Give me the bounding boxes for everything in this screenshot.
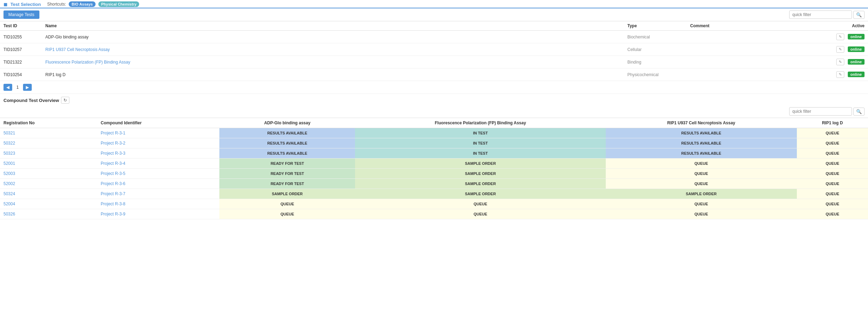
test-comment-cell xyxy=(687,31,826,43)
status-badge: online xyxy=(848,59,865,65)
test-type-cell: Biochemical xyxy=(624,31,687,43)
compound-status-cell: QUEUE xyxy=(606,159,797,169)
test-quick-filter-wrap: 🔍 xyxy=(789,10,865,19)
compound-link-cell[interactable]: 52004 xyxy=(0,199,97,209)
compound-link-cell[interactable]: Project R-3-1 xyxy=(97,128,219,138)
compound-col-header: Fluorescence Polarization (FP) Binding A… xyxy=(355,118,605,128)
compound-status-cell: QUEUE xyxy=(797,169,868,179)
compound-status-cell: RESULTS AVAILABLE xyxy=(606,148,797,159)
compound-status-cell: IN TEST xyxy=(355,148,605,159)
shortcut-physical-chemistry[interactable]: Physical Chemistry xyxy=(98,1,139,7)
compound-link-cell[interactable]: 50326 xyxy=(0,209,97,219)
compound-status-cell: RESULTS AVAILABLE xyxy=(219,128,355,138)
compound-status-cell: RESULTS AVAILABLE xyxy=(219,138,355,148)
col-name: Name xyxy=(42,21,624,31)
compound-status-cell: QUEUE xyxy=(797,199,868,209)
compound-link-cell[interactable]: 52002 xyxy=(0,179,97,189)
edit-test-button[interactable]: ✎ xyxy=(836,71,844,78)
test-comment-cell xyxy=(687,68,826,81)
compound-link-cell[interactable]: Project R-3-3 xyxy=(97,148,219,159)
next-page-button[interactable]: ▶ xyxy=(23,84,32,91)
test-id-cell: TID10255 xyxy=(0,31,42,43)
compound-status-cell: QUEUE xyxy=(606,179,797,189)
compound-status-cell: READY FOR TEST xyxy=(219,159,355,169)
compound-status-cell: QUEUE xyxy=(606,209,797,219)
compound-table-row: 52003Project R-3-5READY FOR TESTSAMPLE O… xyxy=(0,169,868,179)
compound-status-cell: QUEUE xyxy=(219,209,355,219)
compound-col-header: Compound Identifier xyxy=(97,118,219,128)
compound-status-cell: QUEUE xyxy=(797,138,868,148)
compound-link-cell[interactable]: 50322 xyxy=(0,138,97,148)
compound-filter-row: 🔍 xyxy=(0,105,868,118)
compound-link-cell[interactable]: Project R-3-6 xyxy=(97,179,219,189)
status-badge: online xyxy=(848,72,865,77)
app-icon: ◼ xyxy=(3,1,8,7)
prev-page-button[interactable]: ◀ xyxy=(3,84,12,91)
compound-status-cell: QUEUE xyxy=(797,209,868,219)
compound-status-cell: QUEUE xyxy=(606,199,797,209)
compound-status-cell: SAMPLE ORDER xyxy=(606,189,797,199)
compound-link-cell[interactable]: 50324 xyxy=(0,189,97,199)
compound-link-cell[interactable]: Project R-3-9 xyxy=(97,209,219,219)
compound-overview-header: Compound Test Overview ↻ xyxy=(0,94,868,105)
col-test-id: Test ID xyxy=(0,21,42,31)
compound-link-cell[interactable]: 52001 xyxy=(0,159,97,169)
compound-col-header: RIP1 U937 Cell Necroptosis Assay xyxy=(606,118,797,128)
compound-link-cell[interactable]: Project R-3-2 xyxy=(97,138,219,148)
test-search-button[interactable]: 🔍 xyxy=(853,11,865,19)
test-type-cell: Physicochemical xyxy=(624,68,687,81)
compound-quick-filter-input[interactable] xyxy=(789,107,852,116)
test-id-cell: TID10254 xyxy=(0,68,42,81)
test-type-cell: Cellular xyxy=(624,43,687,56)
compound-status-cell: QUEUE xyxy=(797,159,868,169)
current-page: 1 xyxy=(14,84,22,90)
compound-table-row: 50322Project R-3-2RESULTS AVAILABLEIN TE… xyxy=(0,138,868,148)
compound-col-header: Registration No xyxy=(0,118,97,128)
compound-link-cell[interactable]: Project R-3-4 xyxy=(97,159,219,169)
test-name-cell: ADP-Glo binding assay xyxy=(42,31,624,43)
compound-status-cell: QUEUE xyxy=(355,199,605,209)
compound-status-cell: SAMPLE ORDER xyxy=(355,169,605,179)
compound-table-row: 52002Project R-3-6READY FOR TESTSAMPLE O… xyxy=(0,179,868,189)
test-name-cell[interactable]: RIP1 U937 Cell Necroptosis Assay xyxy=(42,43,624,56)
compound-link-cell[interactable]: 52003 xyxy=(0,169,97,179)
test-comment-cell xyxy=(687,43,826,56)
status-badge: online xyxy=(848,34,865,39)
col-active: Active xyxy=(826,21,868,31)
table-row: TID21322 Fluorescence Polarization (FP) … xyxy=(0,56,868,68)
compound-link-cell[interactable]: Project R-3-7 xyxy=(97,189,219,199)
compound-table-row: 50323Project R-3-3RESULTS AVAILABLEIN TE… xyxy=(0,148,868,159)
shortcut-bio-assays[interactable]: BIO Assays xyxy=(69,1,96,7)
edit-test-button[interactable]: ✎ xyxy=(836,34,844,40)
compound-link-cell[interactable]: Project R-3-5 xyxy=(97,169,219,179)
compound-link-cell[interactable]: Project R-3-8 xyxy=(97,199,219,209)
test-id-cell: TID21322 xyxy=(0,56,42,68)
test-active-cell: ✎ online xyxy=(826,31,868,43)
compound-status-cell: QUEUE xyxy=(355,209,605,219)
page-title: Test Selection xyxy=(10,2,41,7)
edit-test-button[interactable]: ✎ xyxy=(836,46,844,53)
table-row: TID10257 RIP1 U937 Cell Necroptosis Assa… xyxy=(0,43,868,56)
compound-link-cell[interactable]: 50321 xyxy=(0,128,97,138)
compound-status-cell: SAMPLE ORDER xyxy=(355,189,605,199)
edit-test-button[interactable]: ✎ xyxy=(836,59,844,65)
test-name-cell[interactable]: Fluorescence Polarization (FP) Binding A… xyxy=(42,56,624,68)
col-comment: Comment xyxy=(687,21,826,31)
test-table: Test ID Name Type Comment Active TID1025… xyxy=(0,21,868,81)
compound-link-cell[interactable]: 50323 xyxy=(0,148,97,159)
compound-search-button[interactable]: 🔍 xyxy=(853,108,865,116)
compound-status-cell: SAMPLE ORDER xyxy=(219,189,355,199)
pagination: ◀ 1 ▶ xyxy=(0,81,868,94)
compound-status-cell: RESULTS AVAILABLE xyxy=(606,138,797,148)
manage-tests-button[interactable]: Manage Tests xyxy=(3,10,39,19)
compound-status-cell: IN TEST xyxy=(355,138,605,148)
refresh-button[interactable]: ↻ xyxy=(61,97,69,104)
test-active-cell: ✎ online xyxy=(826,68,868,81)
compound-status-cell: IN TEST xyxy=(355,128,605,138)
test-quick-filter-input[interactable] xyxy=(789,10,852,19)
compound-table-row: 50324Project R-3-7SAMPLE ORDERSAMPLE ORD… xyxy=(0,189,868,199)
compound-col-header: RIP1 log D xyxy=(797,118,868,128)
compound-status-cell: RESULTS AVAILABLE xyxy=(219,148,355,159)
compound-status-cell: RESULTS AVAILABLE xyxy=(606,128,797,138)
compound-table: Registration NoCompound IdentifierADP-Gl… xyxy=(0,118,868,219)
